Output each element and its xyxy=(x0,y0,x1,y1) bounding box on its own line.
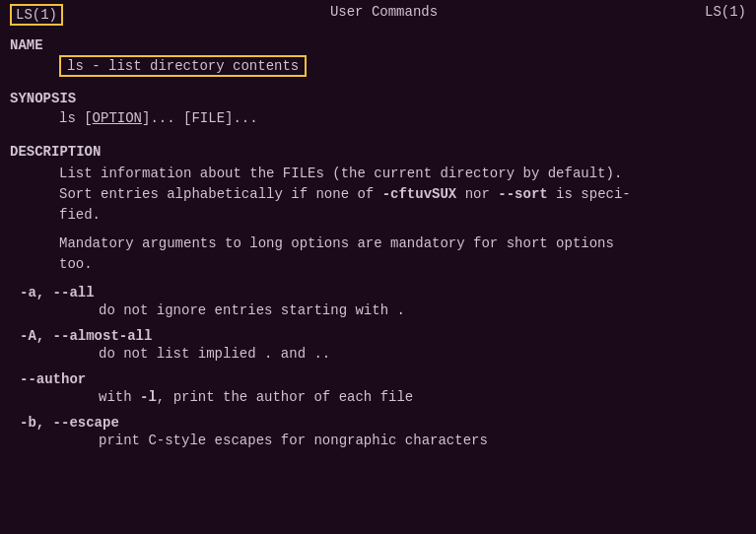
desc-line2-mid: nor xyxy=(456,186,498,202)
name-label: NAME xyxy=(10,37,746,53)
desc-mandatory-line1: Mandatory arguments to long options are … xyxy=(59,234,746,254)
option-A-label: -A, --almost-all xyxy=(20,328,746,344)
option-a-desc: do not ignore entries starting with . xyxy=(99,302,746,318)
synopsis-content: ls [OPTION]... [FILE]... xyxy=(59,110,746,126)
description-para2: Mandatory arguments to long options are … xyxy=(59,234,746,275)
desc-line2-post: is speci- xyxy=(548,186,631,202)
option-a-label: -a, --all xyxy=(20,285,746,300)
desc-line2: Sort entries alphabetically if none of -… xyxy=(59,184,746,205)
description-section: DESCRIPTION List information about the F… xyxy=(0,136,756,452)
option-author-desc: with -l, print the author of each file xyxy=(99,389,746,405)
option-author-desc-post: , print the author of each file xyxy=(157,389,413,405)
option-a-bold: -a, --all xyxy=(20,285,95,300)
man-page-header: LS(1) User Commands LS(1) xyxy=(0,0,756,30)
option-A-desc: do not list implied . and .. xyxy=(99,346,746,362)
option-b-bold: -b, --escape xyxy=(20,415,119,431)
option-author-bold: --author xyxy=(20,371,86,387)
option-A-group: -A, --almost-all do not list implied . a… xyxy=(10,328,746,362)
synopsis-label: SYNOPSIS xyxy=(10,91,746,106)
desc-bold1: -cftuvSUX xyxy=(382,186,457,202)
synopsis-section: SYNOPSIS ls [OPTION]... [FILE]... xyxy=(0,83,756,130)
desc-mandatory-line2: too. xyxy=(59,254,746,275)
option-author-desc-bold: -l xyxy=(140,389,157,405)
option-A-bold: -A, --almost-all xyxy=(20,328,152,344)
option-b-desc: print C-style escapes for nongraphic cha… xyxy=(99,433,746,448)
name-section: NAME ls - list directory contents xyxy=(0,30,756,83)
desc-line1: List information about the FILEs (the cu… xyxy=(59,164,746,184)
description-para1: List information about the FILEs (the cu… xyxy=(59,164,746,226)
option-a-group: -a, --all do not ignore entries starting… xyxy=(10,285,746,318)
option-b-group: -b, --escape print C-style escapes for n… xyxy=(10,415,746,448)
desc-line3: fied. xyxy=(59,205,746,226)
option-b-label: -b, --escape xyxy=(20,415,746,431)
desc-line2-pre: Sort entries alphabetically if none of xyxy=(59,186,382,202)
header-right: LS(1) xyxy=(705,4,746,26)
name-content: ls - list directory contents xyxy=(59,55,307,77)
option-author-desc-pre: with xyxy=(99,389,140,405)
header-center: User Commands xyxy=(330,4,438,26)
header-left: LS(1) xyxy=(10,4,63,26)
description-label: DESCRIPTION xyxy=(10,144,746,160)
option-author-label: --author xyxy=(20,371,746,387)
desc-bold2: --sort xyxy=(498,186,547,202)
option-author-group: --author with -l, print the author of ea… xyxy=(10,371,746,405)
terminal-window: LS(1) User Commands LS(1) NAME ls - list… xyxy=(0,0,756,534)
